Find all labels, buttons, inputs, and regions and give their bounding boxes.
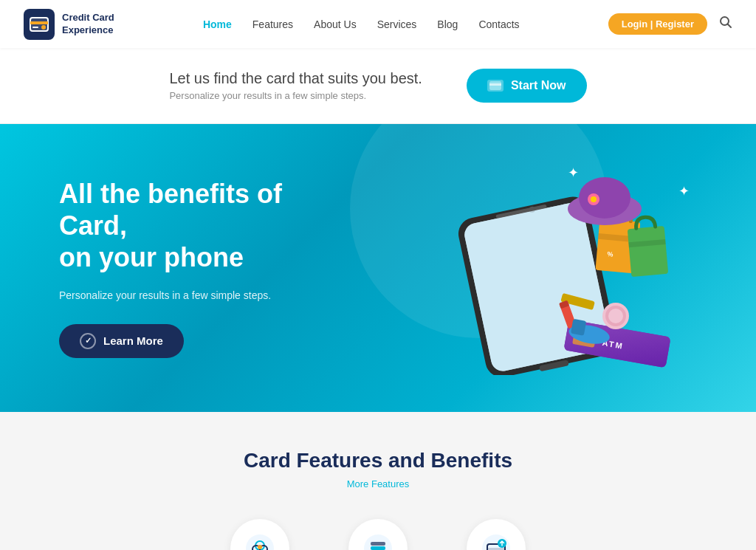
feature-item-card	[467, 519, 526, 550]
plant-icon	[246, 534, 274, 550]
main-nav: Home Features About Us Services Blog Con…	[203, 18, 520, 30]
features-section: Card Features and Benefits More Features	[0, 412, 756, 550]
start-now-button[interactable]: Start Now	[467, 69, 587, 103]
logo-icon	[24, 9, 55, 40]
svg-line-6	[728, 24, 732, 28]
svg-point-27	[579, 177, 630, 219]
svg-point-29	[591, 196, 597, 202]
phone-shopping-illustration: ATM %	[387, 161, 697, 375]
svg-rect-47	[371, 542, 385, 546]
nav-about[interactable]: About Us	[314, 18, 357, 30]
features-heading: Card Features and Benefits	[59, 449, 697, 472]
stack-money-icon	[364, 534, 392, 550]
hero-top-text: Let us find the card that suits you best…	[169, 70, 422, 101]
feature-item-money	[348, 519, 408, 550]
card-upload-icon	[482, 534, 510, 550]
search-button[interactable]	[719, 16, 732, 32]
nav-contacts[interactable]: Contacts	[478, 18, 519, 30]
svg-rect-35	[571, 319, 586, 336]
svg-rect-46	[371, 546, 385, 550]
nav-blog[interactable]: Blog	[437, 18, 458, 30]
svg-text:%: %	[607, 250, 614, 258]
nav-features[interactable]: Features	[252, 18, 293, 30]
svg-rect-3	[32, 27, 38, 28]
hero-banner-heading: All the benefits of Card, on your phone	[59, 178, 354, 274]
check-circle-icon: ✓	[80, 333, 96, 349]
svg-point-4	[41, 25, 46, 30]
features-icons-row	[59, 519, 697, 550]
feature-icon-card-wrap	[467, 519, 526, 550]
svg-point-38	[608, 309, 623, 323]
features-more-link[interactable]: More Features	[59, 478, 697, 489]
hero-banner: All the benefits of Card, on your phone …	[0, 124, 756, 412]
svg-point-43	[258, 545, 262, 549]
header-right: Login | Register	[608, 13, 732, 35]
search-icon	[719, 16, 732, 29]
feature-icon-money-wrap	[348, 519, 408, 550]
login-register-button[interactable]: Login | Register	[608, 13, 707, 35]
hero-top-heading: Let us find the card that suits you best…	[169, 70, 422, 87]
header: Credit Card Experience Home Features Abo…	[0, 0, 756, 48]
learn-more-button[interactable]: ✓ Learn More	[59, 324, 184, 358]
feature-item-growth	[230, 519, 289, 550]
nav-services[interactable]: Services	[377, 18, 417, 30]
logo-area: Credit Card Experience	[24, 9, 114, 40]
feature-icon-growth-wrap	[230, 519, 289, 550]
svg-rect-2	[30, 21, 48, 24]
svg-rect-24	[628, 226, 668, 277]
hero-illustration: ✦ ✦ ✦ ATM	[387, 161, 697, 375]
card-icon	[487, 80, 504, 92]
hero-top-subtext: Personalize your results in a few simple…	[169, 90, 422, 101]
hero-top-strip: Let us find the card that suits you best…	[0, 48, 756, 124]
hero-banner-text: All the benefits of Card, on your phone …	[59, 178, 354, 358]
hero-banner-subtext: Personalize your results in a few simple…	[59, 287, 354, 303]
brand-name: Credit Card Experience	[62, 12, 114, 37]
nav-home[interactable]: Home	[203, 18, 232, 30]
svg-rect-8	[489, 83, 501, 86]
